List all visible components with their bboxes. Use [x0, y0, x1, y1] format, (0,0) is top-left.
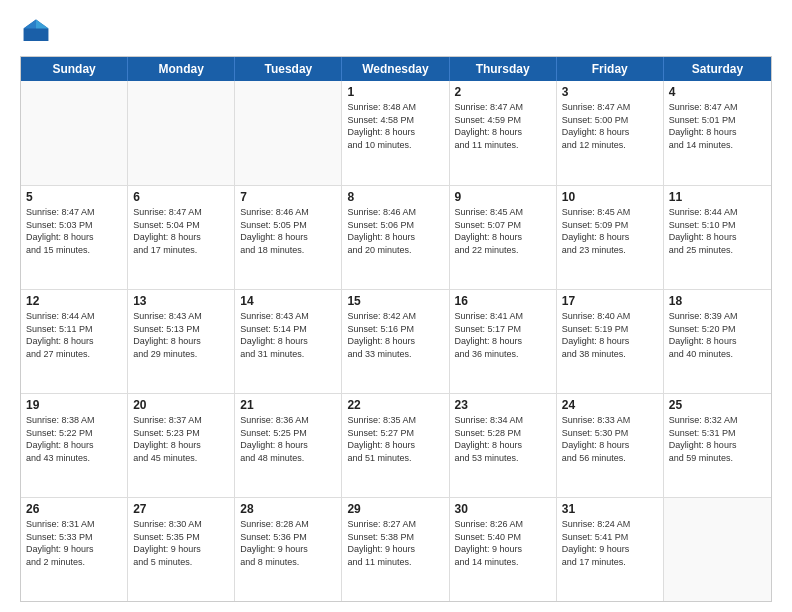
- day-info: Sunrise: 8:28 AM Sunset: 5:36 PM Dayligh…: [240, 518, 336, 568]
- day-info: Sunrise: 8:32 AM Sunset: 5:31 PM Dayligh…: [669, 414, 766, 464]
- calendar: SundayMondayTuesdayWednesdayThursdayFrid…: [20, 56, 772, 602]
- day-info: Sunrise: 8:48 AM Sunset: 4:58 PM Dayligh…: [347, 101, 443, 151]
- day-info: Sunrise: 8:45 AM Sunset: 5:09 PM Dayligh…: [562, 206, 658, 256]
- day-info: Sunrise: 8:46 AM Sunset: 5:06 PM Dayligh…: [347, 206, 443, 256]
- day-cell-24: 24Sunrise: 8:33 AM Sunset: 5:30 PM Dayli…: [557, 394, 664, 497]
- day-info: Sunrise: 8:33 AM Sunset: 5:30 PM Dayligh…: [562, 414, 658, 464]
- day-cell-13: 13Sunrise: 8:43 AM Sunset: 5:13 PM Dayli…: [128, 290, 235, 393]
- day-cell-7: 7Sunrise: 8:46 AM Sunset: 5:05 PM Daylig…: [235, 186, 342, 289]
- day-number: 11: [669, 190, 766, 204]
- day-number: 2: [455, 85, 551, 99]
- day-info: Sunrise: 8:27 AM Sunset: 5:38 PM Dayligh…: [347, 518, 443, 568]
- empty-cell-0-2: [235, 81, 342, 185]
- day-info: Sunrise: 8:43 AM Sunset: 5:14 PM Dayligh…: [240, 310, 336, 360]
- day-number: 29: [347, 502, 443, 516]
- day-info: Sunrise: 8:30 AM Sunset: 5:35 PM Dayligh…: [133, 518, 229, 568]
- day-number: 16: [455, 294, 551, 308]
- day-cell-16: 16Sunrise: 8:41 AM Sunset: 5:17 PM Dayli…: [450, 290, 557, 393]
- day-number: 1: [347, 85, 443, 99]
- day-number: 24: [562, 398, 658, 412]
- day-info: Sunrise: 8:47 AM Sunset: 4:59 PM Dayligh…: [455, 101, 551, 151]
- day-number: 23: [455, 398, 551, 412]
- calendar-row-1: 5Sunrise: 8:47 AM Sunset: 5:03 PM Daylig…: [21, 185, 771, 289]
- calendar-body: 1Sunrise: 8:48 AM Sunset: 4:58 PM Daylig…: [21, 81, 771, 601]
- day-info: Sunrise: 8:38 AM Sunset: 5:22 PM Dayligh…: [26, 414, 122, 464]
- day-number: 14: [240, 294, 336, 308]
- day-cell-29: 29Sunrise: 8:27 AM Sunset: 5:38 PM Dayli…: [342, 498, 449, 601]
- day-number: 17: [562, 294, 658, 308]
- header-day-monday: Monday: [128, 57, 235, 81]
- empty-cell-0-0: [21, 81, 128, 185]
- day-info: Sunrise: 8:40 AM Sunset: 5:19 PM Dayligh…: [562, 310, 658, 360]
- day-number: 21: [240, 398, 336, 412]
- day-cell-22: 22Sunrise: 8:35 AM Sunset: 5:27 PM Dayli…: [342, 394, 449, 497]
- day-number: 18: [669, 294, 766, 308]
- day-number: 13: [133, 294, 229, 308]
- day-cell-30: 30Sunrise: 8:26 AM Sunset: 5:40 PM Dayli…: [450, 498, 557, 601]
- header-day-wednesday: Wednesday: [342, 57, 449, 81]
- day-number: 6: [133, 190, 229, 204]
- day-cell-26: 26Sunrise: 8:31 AM Sunset: 5:33 PM Dayli…: [21, 498, 128, 601]
- day-info: Sunrise: 8:36 AM Sunset: 5:25 PM Dayligh…: [240, 414, 336, 464]
- header-day-sunday: Sunday: [21, 57, 128, 81]
- day-cell-20: 20Sunrise: 8:37 AM Sunset: 5:23 PM Dayli…: [128, 394, 235, 497]
- day-info: Sunrise: 8:46 AM Sunset: 5:05 PM Dayligh…: [240, 206, 336, 256]
- day-number: 3: [562, 85, 658, 99]
- day-cell-6: 6Sunrise: 8:47 AM Sunset: 5:04 PM Daylig…: [128, 186, 235, 289]
- day-info: Sunrise: 8:47 AM Sunset: 5:04 PM Dayligh…: [133, 206, 229, 256]
- calendar-header: SundayMondayTuesdayWednesdayThursdayFrid…: [21, 57, 771, 81]
- day-cell-2: 2Sunrise: 8:47 AM Sunset: 4:59 PM Daylig…: [450, 81, 557, 185]
- day-info: Sunrise: 8:35 AM Sunset: 5:27 PM Dayligh…: [347, 414, 443, 464]
- header-day-saturday: Saturday: [664, 57, 771, 81]
- header-day-tuesday: Tuesday: [235, 57, 342, 81]
- day-cell-18: 18Sunrise: 8:39 AM Sunset: 5:20 PM Dayli…: [664, 290, 771, 393]
- day-info: Sunrise: 8:47 AM Sunset: 5:03 PM Dayligh…: [26, 206, 122, 256]
- day-number: 25: [669, 398, 766, 412]
- day-cell-5: 5Sunrise: 8:47 AM Sunset: 5:03 PM Daylig…: [21, 186, 128, 289]
- day-cell-19: 19Sunrise: 8:38 AM Sunset: 5:22 PM Dayli…: [21, 394, 128, 497]
- logo-icon: [20, 16, 52, 48]
- day-number: 9: [455, 190, 551, 204]
- day-number: 27: [133, 502, 229, 516]
- calendar-row-4: 26Sunrise: 8:31 AM Sunset: 5:33 PM Dayli…: [21, 497, 771, 601]
- logo: [20, 16, 56, 48]
- day-cell-8: 8Sunrise: 8:46 AM Sunset: 5:06 PM Daylig…: [342, 186, 449, 289]
- empty-cell-0-1: [128, 81, 235, 185]
- day-cell-12: 12Sunrise: 8:44 AM Sunset: 5:11 PM Dayli…: [21, 290, 128, 393]
- calendar-row-0: 1Sunrise: 8:48 AM Sunset: 4:58 PM Daylig…: [21, 81, 771, 185]
- header-day-friday: Friday: [557, 57, 664, 81]
- day-info: Sunrise: 8:31 AM Sunset: 5:33 PM Dayligh…: [26, 518, 122, 568]
- day-number: 12: [26, 294, 122, 308]
- day-number: 15: [347, 294, 443, 308]
- day-cell-25: 25Sunrise: 8:32 AM Sunset: 5:31 PM Dayli…: [664, 394, 771, 497]
- day-info: Sunrise: 8:44 AM Sunset: 5:10 PM Dayligh…: [669, 206, 766, 256]
- day-cell-3: 3Sunrise: 8:47 AM Sunset: 5:00 PM Daylig…: [557, 81, 664, 185]
- day-info: Sunrise: 8:34 AM Sunset: 5:28 PM Dayligh…: [455, 414, 551, 464]
- day-number: 22: [347, 398, 443, 412]
- day-number: 20: [133, 398, 229, 412]
- day-info: Sunrise: 8:24 AM Sunset: 5:41 PM Dayligh…: [562, 518, 658, 568]
- day-number: 19: [26, 398, 122, 412]
- day-info: Sunrise: 8:39 AM Sunset: 5:20 PM Dayligh…: [669, 310, 766, 360]
- day-number: 30: [455, 502, 551, 516]
- day-number: 31: [562, 502, 658, 516]
- day-number: 4: [669, 85, 766, 99]
- day-cell-17: 17Sunrise: 8:40 AM Sunset: 5:19 PM Dayli…: [557, 290, 664, 393]
- calendar-row-2: 12Sunrise: 8:44 AM Sunset: 5:11 PM Dayli…: [21, 289, 771, 393]
- day-cell-23: 23Sunrise: 8:34 AM Sunset: 5:28 PM Dayli…: [450, 394, 557, 497]
- day-cell-9: 9Sunrise: 8:45 AM Sunset: 5:07 PM Daylig…: [450, 186, 557, 289]
- day-cell-15: 15Sunrise: 8:42 AM Sunset: 5:16 PM Dayli…: [342, 290, 449, 393]
- day-number: 10: [562, 190, 658, 204]
- day-info: Sunrise: 8:41 AM Sunset: 5:17 PM Dayligh…: [455, 310, 551, 360]
- day-cell-28: 28Sunrise: 8:28 AM Sunset: 5:36 PM Dayli…: [235, 498, 342, 601]
- day-number: 8: [347, 190, 443, 204]
- day-info: Sunrise: 8:45 AM Sunset: 5:07 PM Dayligh…: [455, 206, 551, 256]
- day-cell-31: 31Sunrise: 8:24 AM Sunset: 5:41 PM Dayli…: [557, 498, 664, 601]
- day-cell-10: 10Sunrise: 8:45 AM Sunset: 5:09 PM Dayli…: [557, 186, 664, 289]
- day-info: Sunrise: 8:26 AM Sunset: 5:40 PM Dayligh…: [455, 518, 551, 568]
- day-info: Sunrise: 8:47 AM Sunset: 5:00 PM Dayligh…: [562, 101, 658, 151]
- svg-marker-2: [24, 20, 36, 29]
- day-number: 28: [240, 502, 336, 516]
- day-number: 7: [240, 190, 336, 204]
- day-info: Sunrise: 8:37 AM Sunset: 5:23 PM Dayligh…: [133, 414, 229, 464]
